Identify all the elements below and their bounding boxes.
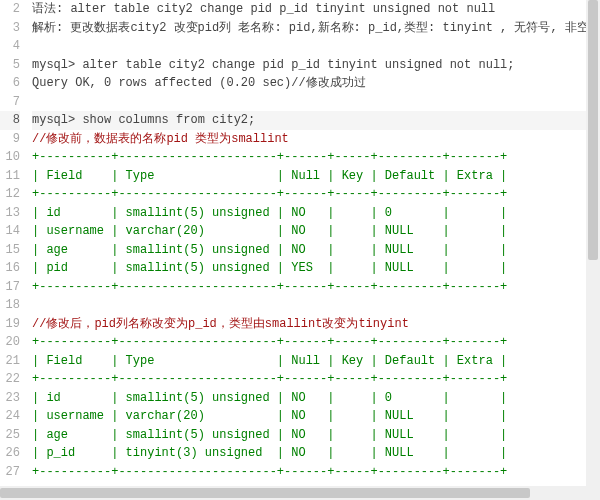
line-number: 25 — [0, 426, 20, 445]
line-number: 26 — [0, 444, 20, 463]
code-text: | Field | Type | Null | Key | Default | … — [32, 169, 507, 183]
code-line[interactable]: | id | smallint(5) unsigned | NO | | 0 |… — [32, 389, 600, 408]
code-text: | id | smallint(5) unsigned | NO | | 0 |… — [32, 206, 507, 220]
line-number: 8 — [0, 111, 20, 130]
code-line[interactable]: //修改前，数据表的名称pid 类型为smallint — [32, 130, 600, 149]
code-text: mysql> show columns from city2; — [32, 113, 255, 127]
code-content[interactable]: 语法: alter table city2 change pid p_id ti… — [28, 0, 600, 481]
horizontal-scrollbar-track[interactable] — [0, 486, 600, 500]
code-line[interactable]: | age | smallint(5) unsigned | NO | | NU… — [32, 241, 600, 260]
line-number: 3 — [0, 19, 20, 38]
code-line[interactable]: | id | smallint(5) unsigned | NO | | 0 |… — [32, 204, 600, 223]
line-number: 17 — [0, 278, 20, 297]
line-number: 16 — [0, 259, 20, 278]
code-text: mysql> alter table city2 change pid p_id… — [32, 58, 514, 72]
line-number: 10 — [0, 148, 20, 167]
line-number: 4 — [0, 37, 20, 56]
line-number: 11 — [0, 167, 20, 186]
line-number: 7 — [0, 93, 20, 112]
line-number: 20 — [0, 333, 20, 352]
code-line[interactable]: | Field | Type | Null | Key | Default | … — [32, 167, 600, 186]
line-number: 12 — [0, 185, 20, 204]
code-line[interactable] — [32, 296, 600, 315]
code-line[interactable]: | age | smallint(5) unsigned | NO | | NU… — [32, 426, 600, 445]
code-text: | Field | Type | Null | Key | Default | … — [32, 354, 507, 368]
line-number: 23 — [0, 389, 20, 408]
line-number: 18 — [0, 296, 20, 315]
code-text: | age | smallint(5) unsigned | NO | | NU… — [32, 243, 507, 257]
code-line[interactable]: | username | varchar(20) | NO | | NULL |… — [32, 407, 600, 426]
line-number: 14 — [0, 222, 20, 241]
code-line[interactable]: +----------+----------------------+-----… — [32, 278, 600, 297]
code-line[interactable]: 语法: alter table city2 change pid p_id ti… — [32, 0, 600, 19]
code-text: +----------+----------------------+-----… — [32, 280, 507, 294]
code-editor[interactable]: 2345678910111213141516171819202122232425… — [0, 0, 600, 481]
code-line[interactable]: | Field | Type | Null | Key | Default | … — [32, 352, 600, 371]
code-line[interactable]: | p_id | tinyint(3) unsigned | NO | | NU… — [32, 444, 600, 463]
code-line[interactable]: +----------+----------------------+-----… — [32, 333, 600, 352]
code-line[interactable]: | username | varchar(20) | NO | | NULL |… — [32, 222, 600, 241]
code-text: | p_id | tinyint(3) unsigned | NO | | NU… — [32, 446, 507, 460]
code-line[interactable]: +----------+----------------------+-----… — [32, 185, 600, 204]
line-number: 19 — [0, 315, 20, 334]
code-text: | pid | smallint(5) unsigned | YES | | N… — [32, 261, 507, 275]
code-line[interactable]: +----------+----------------------+-----… — [32, 148, 600, 167]
code-text: +----------+----------------------+-----… — [32, 465, 507, 479]
vertical-scrollbar-track[interactable] — [586, 0, 600, 500]
code-line[interactable]: +----------+----------------------+-----… — [32, 370, 600, 389]
line-number-gutter: 2345678910111213141516171819202122232425… — [0, 0, 28, 481]
code-text: | age | smallint(5) unsigned | NO | | NU… — [32, 428, 507, 442]
line-number: 22 — [0, 370, 20, 389]
code-text: +----------+----------------------+-----… — [32, 335, 507, 349]
code-text: 解析: 更改数据表city2 改变pid列 老名称: pid,新名称: p_id… — [32, 21, 600, 35]
code-line[interactable]: +----------+----------------------+-----… — [32, 463, 600, 482]
horizontal-scrollbar-thumb[interactable] — [0, 488, 530, 498]
line-number: 24 — [0, 407, 20, 426]
code-text: | id | smallint(5) unsigned | NO | | 0 |… — [32, 391, 507, 405]
code-text: +----------+----------------------+-----… — [32, 150, 507, 164]
code-text: //修改前，数据表的名称pid 类型为smallint — [32, 132, 289, 146]
line-number: 6 — [0, 74, 20, 93]
code-text: +----------+----------------------+-----… — [32, 187, 507, 201]
code-line[interactable]: | pid | smallint(5) unsigned | YES | | N… — [32, 259, 600, 278]
line-number: 13 — [0, 204, 20, 223]
line-number: 15 — [0, 241, 20, 260]
code-text: //修改后，pid列名称改变为p_id，类型由smallint改变为tinyin… — [32, 317, 409, 331]
code-text: Query OK, 0 rows affected (0.20 sec)//修改… — [32, 76, 366, 90]
code-text: 语法: alter table city2 change pid p_id ti… — [32, 2, 495, 16]
code-line[interactable]: mysql> alter table city2 change pid p_id… — [32, 56, 600, 75]
code-line[interactable] — [32, 93, 600, 112]
code-line[interactable]: //修改后，pid列名称改变为p_id，类型由smallint改变为tinyin… — [32, 315, 600, 334]
code-line[interactable]: Query OK, 0 rows affected (0.20 sec)//修改… — [32, 74, 600, 93]
code-line[interactable]: 解析: 更改数据表city2 改变pid列 老名称: pid,新名称: p_id… — [32, 19, 600, 38]
code-text: +----------+----------------------+-----… — [32, 372, 507, 386]
line-number: 5 — [0, 56, 20, 75]
line-number: 21 — [0, 352, 20, 371]
line-number: 27 — [0, 463, 20, 482]
code-line[interactable] — [32, 37, 600, 56]
line-number: 2 — [0, 0, 20, 19]
code-text: | username | varchar(20) | NO | | NULL |… — [32, 409, 507, 423]
code-text: | username | varchar(20) | NO | | NULL |… — [32, 224, 507, 238]
vertical-scrollbar-thumb[interactable] — [588, 0, 598, 260]
code-line[interactable]: mysql> show columns from city2; — [32, 111, 600, 130]
line-number: 9 — [0, 130, 20, 149]
